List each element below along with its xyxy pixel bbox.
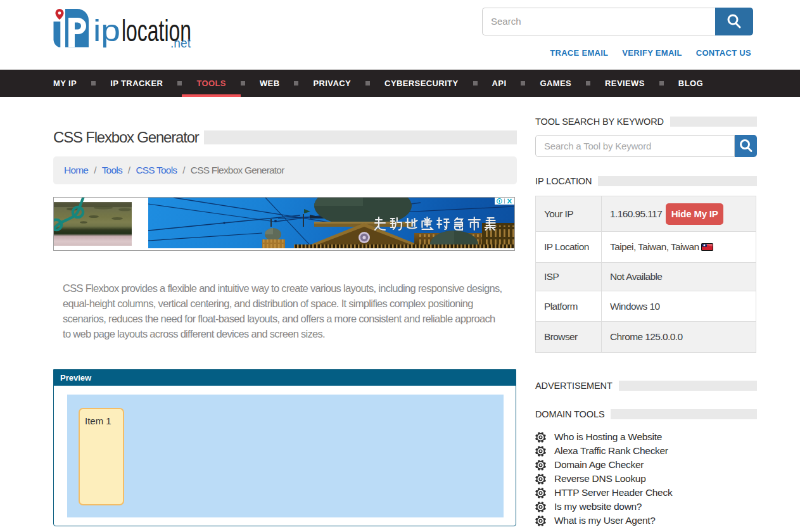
svg-text:ip: ip	[93, 14, 120, 48]
